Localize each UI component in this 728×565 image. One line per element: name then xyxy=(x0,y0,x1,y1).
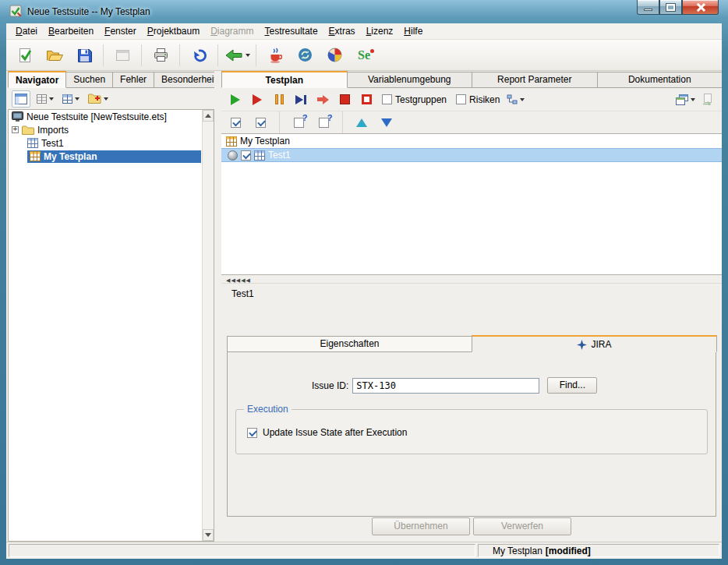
stop-outline-icon xyxy=(362,94,372,104)
resume-button[interactable] xyxy=(313,90,332,109)
item-enabled-checkbox[interactable] xyxy=(241,150,251,161)
pause-button[interactable] xyxy=(270,90,288,109)
tab-jira[interactable]: JIRA xyxy=(472,335,717,352)
toolbar-separator xyxy=(179,44,180,66)
main-content: Navigator Suchen Fehler Besonderheiten N… xyxy=(6,71,722,542)
apply-button[interactable]: Übernehmen xyxy=(372,517,470,535)
close-button[interactable] xyxy=(682,0,719,15)
filter-mode-button[interactable] xyxy=(60,90,82,108)
panel-splitter[interactable] xyxy=(214,71,221,542)
menu-testresultate[interactable]: Testresultate xyxy=(260,24,323,38)
scroll-down-button[interactable] xyxy=(203,529,214,541)
discard-button[interactable]: Verwerfen xyxy=(473,517,571,535)
find-prev-unresolved-button[interactable] xyxy=(314,113,333,132)
undo-icon xyxy=(191,48,207,62)
testgruppen-checkbox[interactable] xyxy=(382,94,392,104)
testgruppen-checkbox-group[interactable]: Testgruppen xyxy=(379,94,450,105)
close-icon xyxy=(695,2,705,12)
find-button[interactable]: Find... xyxy=(547,377,597,394)
export-button xyxy=(698,90,717,109)
run-with-debug-button[interactable] xyxy=(248,90,267,109)
tab-variablenumgebung[interactable]: Variablenumgebung xyxy=(347,72,473,87)
menu-hilfe[interactable]: Hilfe xyxy=(398,24,428,38)
issue-id-row: Issue ID: Find... xyxy=(312,377,716,394)
scroll-up-button[interactable] xyxy=(203,110,214,122)
menu-datei[interactable]: Datei xyxy=(10,24,43,38)
tab-dokumentation[interactable]: Dokumentation xyxy=(597,72,723,87)
issue-id-input[interactable] xyxy=(352,378,539,394)
menu-extras[interactable]: Extras xyxy=(323,24,361,38)
splitter-grip-icon[interactable] xyxy=(226,274,251,284)
tab-eigenschaften[interactable]: Eigenschaften xyxy=(227,336,472,351)
menu-lizenz[interactable]: Lizenz xyxy=(361,24,399,38)
tab-suchen[interactable]: Suchen xyxy=(65,72,113,87)
report-chart-button[interactable] xyxy=(320,43,348,68)
tree-item-label: Neue Testsuite [NewTestsuite.ets] xyxy=(27,111,167,122)
grid-icon xyxy=(37,94,47,104)
print-button[interactable] xyxy=(147,43,175,68)
step-button[interactable] xyxy=(292,90,310,109)
stop-button[interactable] xyxy=(335,90,354,109)
save-button[interactable] xyxy=(70,43,98,68)
chevron-down-icon xyxy=(49,97,54,101)
sphere-icon xyxy=(228,150,238,161)
horizontal-splitter[interactable] xyxy=(221,275,722,284)
selenium-button[interactable]: Se xyxy=(350,43,378,68)
menu-projektbaum[interactable]: Projektbaum xyxy=(142,24,205,38)
execution-toolbar: Testgruppen Risiken xyxy=(221,88,722,111)
update-issue-row[interactable]: Update Issue State after Execution xyxy=(247,427,707,438)
menu-bearbeiten[interactable]: Bearbeiten xyxy=(43,24,99,38)
testplan-panel: Testplan Variablenumgebung Report Parame… xyxy=(221,71,722,542)
tree-options-button[interactable] xyxy=(506,90,525,109)
update-issue-checkbox[interactable] xyxy=(247,428,257,438)
java-console-button[interactable] xyxy=(261,43,289,68)
pie-chart-icon xyxy=(327,48,342,62)
run-button[interactable] xyxy=(226,90,245,109)
expand-icon[interactable] xyxy=(12,126,19,133)
testplan-item-row[interactable]: Test1 xyxy=(221,148,722,162)
open-button[interactable] xyxy=(41,43,69,68)
grid-icon xyxy=(62,94,72,104)
move-up-button[interactable] xyxy=(352,113,371,132)
move-down-button[interactable] xyxy=(377,113,396,132)
navigator-toolbar xyxy=(8,88,214,109)
tree-item-root[interactable]: Neue Testsuite [NewTestsuite.ets] xyxy=(9,110,214,123)
update-issue-label: Update Issue State after Execution xyxy=(263,427,407,438)
navigator-scrollbar[interactable] xyxy=(202,110,214,541)
risiken-checkbox-group[interactable]: Risiken xyxy=(453,94,503,105)
undo-button[interactable] xyxy=(185,43,213,68)
terminate-button[interactable] xyxy=(357,90,376,109)
new-testsuite-button[interactable] xyxy=(11,43,39,68)
status-selection-text: My Testplan xyxy=(493,546,542,556)
refresh-browser-button[interactable] xyxy=(291,43,319,68)
tree-item-imports[interactable]: Imports xyxy=(9,123,214,136)
view-mode-button[interactable] xyxy=(34,90,56,108)
add-test-button[interactable] xyxy=(226,113,245,132)
risiken-checkbox[interactable] xyxy=(456,94,466,104)
testplan-tabbar: Testplan Variablenumgebung Report Parame… xyxy=(221,71,722,88)
tab-report-parameter[interactable]: Report Parameter xyxy=(472,72,598,87)
testplan-root-row[interactable]: My Testplan xyxy=(221,134,722,148)
menu-fenster[interactable]: Fenster xyxy=(99,24,142,38)
check-all-button[interactable] xyxy=(251,113,270,132)
tab-fehler[interactable]: Fehler xyxy=(112,72,154,87)
cascade-windows-icon xyxy=(676,94,688,105)
chevron-down-icon xyxy=(75,97,80,101)
detail-view-button[interactable] xyxy=(12,90,30,108)
minimize-button[interactable] xyxy=(637,0,659,15)
java-icon xyxy=(268,48,282,63)
tree-item-test1[interactable]: Test1 xyxy=(9,136,214,150)
play-icon xyxy=(231,94,240,105)
titlebar[interactable]: Neue Testsuite -- My Testplan xyxy=(0,0,728,23)
maximize-button[interactable] xyxy=(659,0,682,15)
window-layout-button[interactable] xyxy=(676,90,695,109)
tab-besonderheiten[interactable]: Besonderheiten xyxy=(154,72,214,87)
tree-item-my-testplan[interactable]: My Testplan xyxy=(9,150,214,163)
tab-navigator[interactable]: Navigator xyxy=(8,71,66,88)
tab-testplan[interactable]: Testplan xyxy=(221,71,348,88)
find-next-unresolved-button[interactable] xyxy=(289,113,308,132)
testgruppen-label: Testgruppen xyxy=(395,94,447,105)
resume-arrow-icon xyxy=(317,95,329,104)
new-item-button[interactable] xyxy=(86,90,111,108)
back-button[interactable] xyxy=(223,43,251,68)
